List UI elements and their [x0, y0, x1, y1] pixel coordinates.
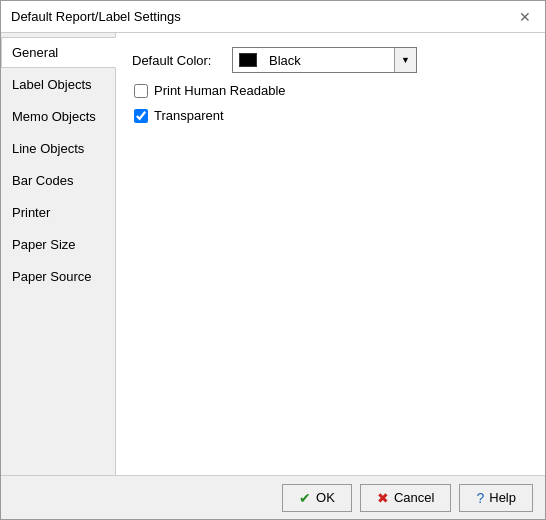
sidebar-item-bar-codes[interactable]: Bar Codes: [1, 165, 115, 196]
sidebar-item-printer[interactable]: Printer: [1, 197, 115, 228]
cancel-button[interactable]: ✖ Cancel: [360, 484, 451, 512]
sidebar-item-general[interactable]: General: [1, 37, 116, 68]
sidebar-item-paper-size[interactable]: Paper Size: [1, 229, 115, 260]
default-color-label: Default Color:: [132, 53, 222, 68]
ok-button[interactable]: ✔ OK: [282, 484, 352, 512]
help-icon: ?: [476, 490, 484, 506]
title-bar: Default Report/Label Settings ✕: [1, 1, 545, 33]
dialog-title: Default Report/Label Settings: [11, 9, 181, 24]
print-human-readable-row: Print Human Readable: [134, 83, 529, 98]
print-human-readable-label[interactable]: Print Human Readable: [154, 83, 286, 98]
sidebar-item-label-objects[interactable]: Label Objects: [1, 69, 115, 100]
dialog-body: General Label Objects Memo Objects Line …: [1, 33, 545, 475]
help-button[interactable]: ? Help: [459, 484, 533, 512]
ok-icon: ✔: [299, 490, 311, 506]
cancel-icon: ✖: [377, 490, 389, 506]
sidebar: General Label Objects Memo Objects Line …: [1, 33, 116, 475]
dropdown-arrow-icon[interactable]: ▼: [394, 48, 416, 72]
ok-label: OK: [316, 490, 335, 505]
print-human-readable-checkbox[interactable]: [134, 84, 148, 98]
color-value: Black: [269, 53, 301, 68]
default-color-row: Default Color: Black ▼: [132, 47, 529, 73]
content-area: Default Color: Black ▼ Print Human Reada…: [116, 33, 545, 475]
dialog-footer: ✔ OK ✖ Cancel ? Help: [1, 475, 545, 519]
sidebar-item-paper-source[interactable]: Paper Source: [1, 261, 115, 292]
transparent-label[interactable]: Transparent: [154, 108, 224, 123]
sidebar-item-memo-objects[interactable]: Memo Objects: [1, 101, 115, 132]
sidebar-item-line-objects[interactable]: Line Objects: [1, 133, 115, 164]
close-button[interactable]: ✕: [515, 7, 535, 27]
dialog: Default Report/Label Settings ✕ General …: [0, 0, 546, 520]
transparent-checkbox[interactable]: [134, 109, 148, 123]
help-label: Help: [489, 490, 516, 505]
cancel-label: Cancel: [394, 490, 434, 505]
color-swatch: [239, 53, 257, 67]
transparent-row: Transparent: [134, 108, 529, 123]
color-dropdown[interactable]: Black ▼: [232, 47, 417, 73]
